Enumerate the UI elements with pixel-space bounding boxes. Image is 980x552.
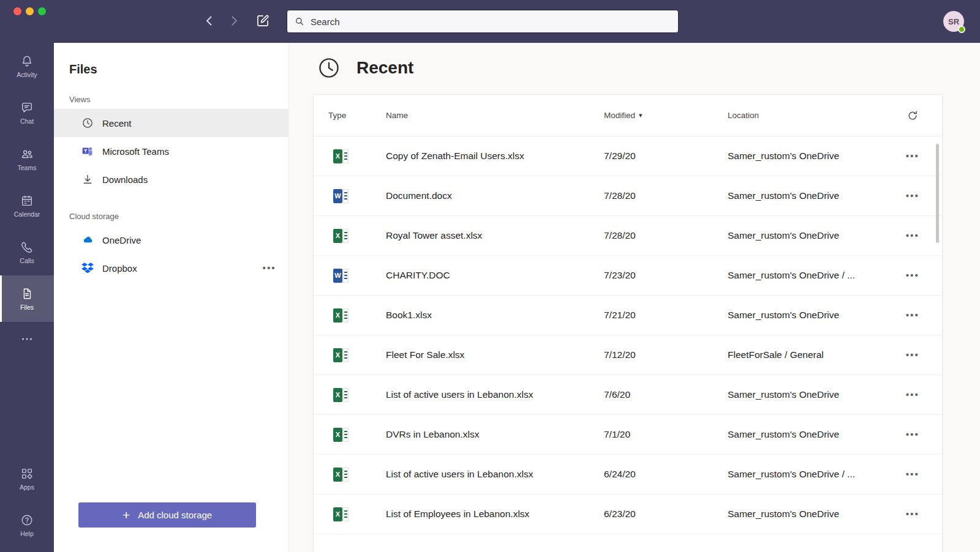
file-name[interactable]: List of active users in Lebanon.xlsx bbox=[386, 389, 604, 400]
column-header-modified[interactable]: Modified bbox=[604, 111, 728, 120]
file-type-icon bbox=[333, 149, 349, 163]
row-more-button[interactable] bbox=[906, 151, 919, 162]
file-modified: 6/23/20 bbox=[604, 509, 728, 520]
phone-icon bbox=[20, 241, 34, 254]
clock-icon bbox=[317, 56, 341, 80]
zoom-window-button[interactable] bbox=[38, 7, 46, 15]
file-type-icon bbox=[333, 308, 349, 323]
files-sidebar: Files Views Recent Microsoft Teams Downl… bbox=[54, 43, 289, 552]
forward-button[interactable] bbox=[227, 13, 241, 28]
back-button[interactable] bbox=[202, 13, 217, 28]
search-bar[interactable] bbox=[287, 10, 679, 33]
file-type-icon bbox=[333, 189, 349, 203]
column-header-type[interactable]: Type bbox=[328, 111, 386, 120]
file-location: Samer_rustom's OneDrive bbox=[728, 151, 898, 162]
window-controls bbox=[13, 7, 46, 15]
rail-item-files[interactable]: Files bbox=[0, 275, 54, 322]
more-icon bbox=[20, 332, 34, 346]
file-modified: 7/29/20 bbox=[604, 151, 728, 162]
title-bar: SR bbox=[0, 0, 980, 43]
sidebar-item-downloads[interactable]: Downloads bbox=[54, 165, 288, 193]
row-more-button[interactable] bbox=[906, 429, 919, 440]
table-scrollbar[interactable] bbox=[936, 144, 939, 243]
file-location: Samer_rustom's OneDrive bbox=[728, 389, 898, 400]
sidebar-item-onedrive[interactable]: OneDrive bbox=[54, 226, 288, 254]
table-row[interactable]: Document.docx 7/28/20 Samer_rustom's One… bbox=[314, 176, 942, 216]
avatar[interactable]: SR bbox=[943, 11, 964, 32]
file-name[interactable]: DVRs in Lebanon.xlsx bbox=[386, 429, 604, 440]
table-row[interactable]: DVRs in Lebanon.xlsx 7/1/20 Samer_rustom… bbox=[314, 415, 942, 455]
file-name[interactable]: List of active users in Lebanon.xlsx bbox=[386, 469, 604, 480]
close-window-button[interactable] bbox=[13, 7, 21, 15]
chevron-left-icon bbox=[202, 13, 217, 28]
file-name[interactable]: CHARITY.DOC bbox=[386, 270, 604, 281]
file-name[interactable]: List of Employees in Lebanon.xlsx bbox=[386, 509, 604, 520]
file-location: Samer_rustom's OneDrive bbox=[728, 190, 898, 201]
row-more-button[interactable] bbox=[906, 190, 919, 201]
rail-item-help[interactable]: Help bbox=[0, 502, 54, 548]
table-row[interactable]: List of Employees in Lebanon.xlsx 6/23/2… bbox=[314, 494, 942, 534]
file-name[interactable]: Royal Tower asset.xlsx bbox=[386, 230, 604, 241]
cloud-storage-section-label: Cloud storage bbox=[69, 212, 288, 221]
add-cloud-storage-label: Add cloud storage bbox=[138, 510, 212, 520]
chevron-right-icon bbox=[227, 13, 241, 28]
file-type-icon bbox=[333, 348, 349, 362]
table-row[interactable]: List of active users in Lebanon.xlsx 6/2… bbox=[314, 455, 942, 494]
file-type-icon bbox=[333, 507, 349, 521]
rail-item-calendar[interactable]: Calendar bbox=[0, 182, 54, 229]
sidebar-item-label: Dropbox bbox=[102, 263, 137, 274]
views-section-label: Views bbox=[69, 95, 288, 104]
rail-item-more[interactable] bbox=[0, 322, 54, 356]
rail-item-label: Calls bbox=[20, 257, 34, 264]
file-name[interactable]: Book1.xlsx bbox=[386, 310, 604, 321]
new-chat-button[interactable] bbox=[255, 13, 271, 29]
row-more-button[interactable] bbox=[906, 310, 919, 321]
rail-item-label: Teams bbox=[18, 164, 37, 171]
row-more-button[interactable] bbox=[906, 349, 919, 360]
column-header-label: Modified bbox=[604, 111, 635, 120]
file-location: Samer_rustom's OneDrive bbox=[728, 509, 898, 520]
table-row[interactable]: Book1.xlsx 7/21/20 Samer_rustom's OneDri… bbox=[314, 296, 942, 335]
file-location: FleetForSale / General bbox=[728, 349, 898, 360]
rail-item-teams[interactable]: Teams bbox=[0, 136, 54, 182]
file-name[interactable]: Fleet For Sale.xlsx bbox=[386, 349, 604, 360]
rail-item-chat[interactable]: Chat bbox=[0, 89, 54, 136]
row-more-button[interactable] bbox=[906, 509, 919, 520]
file-name[interactable]: Copy of Zenath-Email Users.xlsx bbox=[386, 151, 604, 162]
rail-item-label: Activity bbox=[17, 71, 37, 78]
row-more-button[interactable] bbox=[906, 389, 919, 400]
rail-item-label: Files bbox=[20, 304, 34, 311]
table-row[interactable]: Copy of Zenath-Email Users.xlsx 7/29/20 … bbox=[314, 136, 942, 176]
apps-icon bbox=[20, 467, 34, 480]
dropbox-more-button[interactable] bbox=[263, 263, 276, 273]
teams-logo-icon bbox=[81, 145, 94, 157]
file-name[interactable]: Document.docx bbox=[386, 190, 604, 201]
sidebar-item-label: OneDrive bbox=[102, 235, 141, 245]
row-more-button[interactable] bbox=[906, 270, 919, 281]
file-location: Samer_rustom's OneDrive / ... bbox=[728, 270, 898, 281]
rail-item-calls[interactable]: Calls bbox=[0, 229, 54, 275]
sidebar-item-dropbox[interactable]: Dropbox bbox=[54, 254, 288, 282]
file-type-icon bbox=[333, 229, 349, 243]
add-cloud-storage-button[interactable]: Add cloud storage bbox=[78, 502, 256, 528]
table-row[interactable]: Fleet For Sale.xlsx 7/12/20 FleetForSale… bbox=[314, 335, 942, 375]
sidebar-item-label: Microsoft Teams bbox=[102, 146, 169, 157]
row-more-button[interactable] bbox=[906, 230, 919, 241]
sidebar-title: Files bbox=[69, 62, 288, 76]
people-icon bbox=[20, 147, 34, 161]
file-location: Samer_rustom's OneDrive / ... bbox=[728, 469, 898, 480]
minimize-window-button[interactable] bbox=[26, 7, 34, 15]
calendar-icon bbox=[20, 194, 34, 207]
refresh-button[interactable] bbox=[907, 110, 919, 122]
sidebar-item-recent[interactable]: Recent bbox=[54, 109, 288, 137]
table-row[interactable]: Royal Tower asset.xlsx 7/28/20 Samer_rus… bbox=[314, 216, 942, 256]
rail-item-activity[interactable]: Activity bbox=[0, 43, 54, 89]
column-header-location[interactable]: Location bbox=[728, 111, 898, 120]
sidebar-item-microsoft-teams[interactable]: Microsoft Teams bbox=[54, 137, 288, 165]
search-input[interactable] bbox=[311, 17, 678, 27]
table-row[interactable]: List of active users in Lebanon.xlsx 7/6… bbox=[314, 375, 942, 415]
column-header-name[interactable]: Name bbox=[386, 111, 604, 120]
rail-item-apps[interactable]: Apps bbox=[0, 455, 54, 502]
table-row[interactable]: CHARITY.DOC 7/23/20 Samer_rustom's OneDr… bbox=[314, 256, 942, 296]
row-more-button[interactable] bbox=[906, 469, 919, 480]
